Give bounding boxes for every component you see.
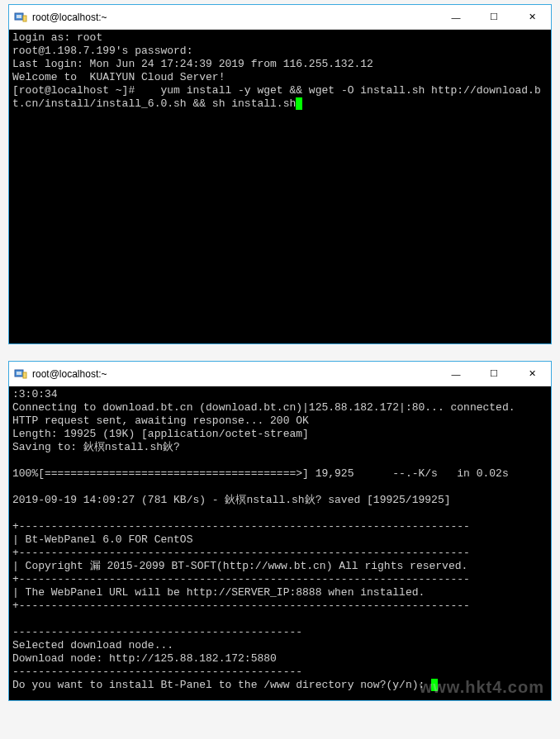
terminal-line: :3:0:34 [12, 388, 58, 400]
terminal-line: ----------------------------------------… [12, 666, 302, 678]
window-title: root@localhost:~ [32, 368, 437, 380]
terminal-output[interactable]: :3:0:34 Connecting to download.bt.cn (do… [9, 386, 551, 700]
minimize-button[interactable]: — [437, 362, 475, 386]
maximize-button[interactable]: ☐ [475, 5, 513, 29]
terminal-line: Length: 19925 (19K) [application/octet-s… [12, 428, 309, 440]
terminal-line [12, 481, 19, 493]
terminal-line: Download node: http://125.88.182.172:588… [12, 652, 277, 665]
titlebar[interactable]: root@localhost:~ — ☐ ✕ [9, 5, 551, 30]
terminal-line: Connecting to download.bt.cn (download.b… [12, 401, 515, 414]
putty-icon [14, 11, 27, 24]
terminal-line [12, 613, 19, 625]
terminal-prompt: Do you want to install Bt-Panel to the /… [12, 679, 431, 691]
terminal-output[interactable]: login as: root root@1.198.7.199's passwo… [9, 30, 551, 343]
minimize-button[interactable]: — [437, 5, 475, 29]
terminal-line: | Bt-WebPanel 6.0 FOR CentOS [12, 533, 192, 546]
resize-handle[interactable] [539, 689, 551, 700]
terminal-line: +---------------------------------------… [12, 520, 470, 533]
terminal-line: +---------------------------------------… [12, 573, 470, 585]
svg-rect-1 [17, 15, 21, 18]
cursor-icon [296, 97, 302, 110]
window-title: root@localhost:~ [32, 12, 437, 23]
terminal-line: ----------------------------------------… [12, 626, 302, 638]
titlebar[interactable]: root@localhost:~ — ☐ ✕ [9, 362, 551, 386]
terminal-line: 2019-09-19 14:09:27 (781 KB/s) - 鈥榠nstal… [12, 494, 450, 506]
resize-handle[interactable] [539, 332, 551, 343]
terminal-line: login as: root [12, 31, 102, 44]
terminal-window-1: root@localhost:~ — ☐ ✕ login as: root ro… [8, 4, 552, 344]
svg-rect-4 [17, 372, 21, 375]
terminal-line: Welcome to KUAIYUN Cloud Server! [12, 71, 225, 83]
svg-rect-5 [23, 372, 26, 378]
terminal-line: root@1.198.7.199's password: [12, 45, 192, 57]
terminal-line: +---------------------------------------… [12, 599, 470, 612]
terminal-line: Saving to: 鈥榠nstall.sh鈥? [12, 441, 180, 453]
maximize-button[interactable]: ☐ [475, 362, 513, 386]
terminal-prompt: [root@localhost ~]# [12, 84, 135, 97]
terminal-window-2: root@localhost:~ — ☐ ✕ :3:0:34 Connectin… [8, 361, 552, 701]
terminal-line: | The WebPanel URL will be http://SERVER… [12, 586, 425, 599]
window-controls: — ☐ ✕ [437, 5, 551, 29]
cursor-icon [431, 679, 438, 691]
terminal-line: Last login: Mon Jun 24 17:24:39 2019 fro… [12, 58, 373, 70]
close-button[interactable]: ✕ [513, 5, 551, 29]
terminal-line: Selected download node... [12, 639, 173, 651]
terminal-line: HTTP request sent, awaiting response... … [12, 415, 309, 427]
terminal-line: +---------------------------------------… [12, 547, 470, 559]
terminal-line: 100%[===================================… [12, 467, 509, 480]
close-button[interactable]: ✕ [513, 362, 551, 386]
terminal-line [12, 454, 19, 467]
terminal-line: | Copyright 漏 2015-2099 BT-SOFT(http://w… [12, 560, 467, 572]
window-controls: — ☐ ✕ [437, 362, 551, 386]
terminal-line [12, 507, 19, 519]
putty-icon [14, 367, 27, 381]
svg-rect-2 [23, 16, 26, 21]
